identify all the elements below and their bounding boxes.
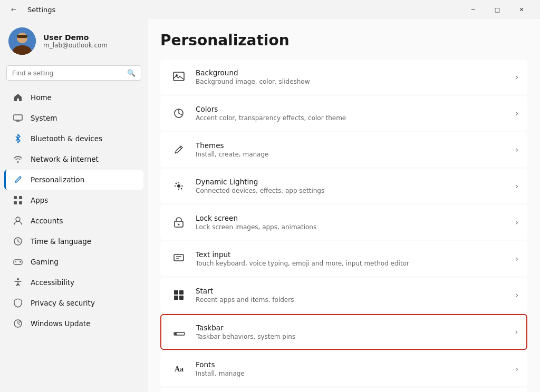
chevron-right-icon-taskbar: › (515, 328, 518, 336)
sidebar-label-gaming: Gaming (31, 258, 59, 266)
sidebar-item-apps[interactable]: Apps (4, 190, 143, 210)
sidebar-label-home: Home (31, 93, 52, 102)
settings-item-text-colors: ColorsAccent color, transparency effects… (196, 105, 515, 122)
background-icon (169, 67, 188, 86)
settings-item-title-lock-screen: Lock screen (196, 214, 515, 222)
settings-item-device-usage[interactable]: Device usageSelect all the ways you plan… (160, 388, 527, 392)
svg-rect-10 (19, 196, 22, 199)
sidebar-item-time-language[interactable]: Time & language (4, 231, 143, 251)
sidebar-label-apps: Apps (31, 196, 48, 204)
user-email: m_lab@outlook.com (43, 42, 108, 49)
sidebar-item-gaming[interactable]: Gaming (4, 252, 143, 272)
svg-point-19 (17, 278, 19, 280)
sidebar-item-network[interactable]: Network & internet (4, 149, 143, 169)
sidebar-item-personalization[interactable]: Personalization (4, 170, 143, 190)
settings-item-title-themes: Themes (196, 141, 515, 150)
settings-item-desc-colors: Accent color, transparency effects, colo… (196, 114, 515, 122)
settings-item-desc-dynamic-lighting: Connected devices, effects, app settings (196, 187, 515, 194)
dynamic-lighting-icon (169, 177, 188, 195)
sidebar: User Demo m_lab@outlook.com 🔍 Home (0, 19, 148, 392)
svg-point-13 (16, 217, 20, 221)
sidebar-label-windows-update: Windows Update (31, 319, 90, 328)
text-input-icon (169, 249, 188, 268)
sidebar-item-home[interactable]: Home (4, 87, 143, 107)
settings-item-start[interactable]: StartRecent apps and items, folders› (160, 278, 527, 312)
settings-item-colors[interactable]: ColorsAccent color, transparency effects… (160, 96, 527, 131)
user-profile[interactable]: User Demo m_lab@outlook.com (0, 19, 148, 65)
time-language-icon (13, 236, 23, 247)
sidebar-label-personalization: Personalization (31, 175, 84, 184)
personalization-icon (13, 174, 23, 185)
settings-list: BackgroundBackground image, color, slide… (160, 60, 527, 392)
settings-item-themes[interactable]: ThemesInstall, create, manage› (160, 132, 527, 167)
settings-item-desc-text-input: Touch keyboard, voice typing, emoji and … (196, 260, 515, 267)
close-button[interactable]: ✕ (509, 1, 534, 18)
settings-item-title-dynamic-lighting: Dynamic Lighting (196, 178, 515, 186)
chevron-right-icon-lock-screen: › (515, 218, 518, 227)
settings-item-taskbar[interactable]: TaskbarTaskbar behaviors, system pins› (160, 314, 527, 350)
taskbar-icon (170, 322, 189, 341)
settings-item-desc-lock-screen: Lock screen images, apps, animations (196, 223, 515, 231)
settings-item-text-text-input: Text inputTouch keyboard, voice typing, … (196, 250, 515, 267)
sidebar-item-accounts[interactable]: Accounts (4, 211, 143, 231)
gaming-icon (13, 257, 23, 267)
accounts-icon (13, 215, 23, 226)
settings-item-text-input[interactable]: Text inputTouch keyboard, voice typing, … (160, 241, 527, 276)
sidebar-nav: Home System Bluetooth & (0, 87, 148, 334)
settings-item-title-background: Background (196, 68, 515, 77)
sidebar-label-bluetooth: Bluetooth & devices (31, 134, 102, 143)
sidebar-item-system[interactable]: System (4, 108, 143, 128)
back-button[interactable]: ← (6, 2, 21, 17)
minimize-button[interactable]: ─ (461, 1, 485, 18)
svg-rect-9 (14, 196, 17, 199)
settings-item-text-lock-screen: Lock screenLock screen images, apps, ani… (196, 214, 515, 231)
settings-item-desc-start: Recent apps and items, folders (196, 296, 515, 303)
chevron-right-icon-start: › (515, 291, 518, 299)
page-title: Personalization (160, 32, 527, 49)
settings-item-text-themes: ThemesInstall, create, manage (196, 141, 515, 158)
svg-rect-5 (17, 35, 27, 38)
settings-item-dynamic-lighting[interactable]: Dynamic LightingConnected devices, effec… (160, 169, 527, 203)
settings-item-desc-taskbar: Taskbar behaviors, system pins (196, 333, 515, 340)
svg-point-25 (177, 184, 180, 188)
settings-item-text-dynamic-lighting: Dynamic LightingConnected devices, effec… (196, 178, 515, 194)
sidebar-item-bluetooth[interactable]: Bluetooth & devices (4, 129, 143, 149)
settings-item-desc-themes: Install, create, manage (196, 151, 515, 158)
app-title: Settings (27, 6, 55, 14)
bluetooth-icon (13, 133, 23, 144)
svg-rect-40 (179, 290, 184, 295)
start-icon (169, 286, 188, 305)
titlebar-left: ← Settings (6, 2, 55, 17)
sidebar-item-privacy[interactable]: Privacy & security (4, 293, 143, 313)
sidebar-item-windows-update[interactable]: Windows Update (4, 313, 143, 334)
settings-item-lock-screen[interactable]: Lock screenLock screen images, apps, ani… (160, 205, 527, 240)
main-content: Personalization BackgroundBackground ima… (148, 19, 540, 392)
chevron-right-icon-themes: › (515, 145, 518, 154)
svg-rect-6 (14, 115, 22, 120)
sidebar-label-time-language: Time & language (31, 237, 91, 246)
sidebar-label-network: Network & internet (31, 155, 99, 163)
titlebar: ← Settings ─ □ ✕ (0, 0, 540, 19)
svg-rect-41 (174, 296, 178, 300)
svg-rect-21 (173, 72, 184, 81)
apps-icon (13, 195, 23, 205)
chevron-right-icon-background: › (515, 73, 518, 81)
settings-item-background[interactable]: BackgroundBackground image, color, slide… (160, 60, 527, 94)
settings-item-title-colors: Colors (196, 105, 515, 113)
system-icon (13, 113, 23, 123)
settings-item-title-start: Start (196, 287, 515, 295)
sidebar-item-accessibility[interactable]: Accessibility (4, 272, 143, 292)
settings-item-title-fonts: Fonts (196, 360, 515, 369)
themes-icon (169, 140, 188, 159)
colors-icon (169, 104, 188, 123)
svg-rect-12 (19, 201, 22, 204)
search-box[interactable]: 🔍 (6, 65, 141, 81)
sidebar-label-accessibility: Accessibility (31, 278, 74, 287)
search-input[interactable] (12, 69, 123, 77)
chevron-right-icon-text-input: › (515, 254, 518, 263)
maximize-button[interactable]: □ (485, 1, 509, 18)
settings-item-text-start: StartRecent apps and items, folders (196, 287, 515, 303)
settings-item-fonts[interactable]: AaFontsInstall, manage› (160, 351, 527, 386)
svg-rect-44 (175, 333, 177, 335)
svg-text:Aa: Aa (175, 365, 184, 373)
